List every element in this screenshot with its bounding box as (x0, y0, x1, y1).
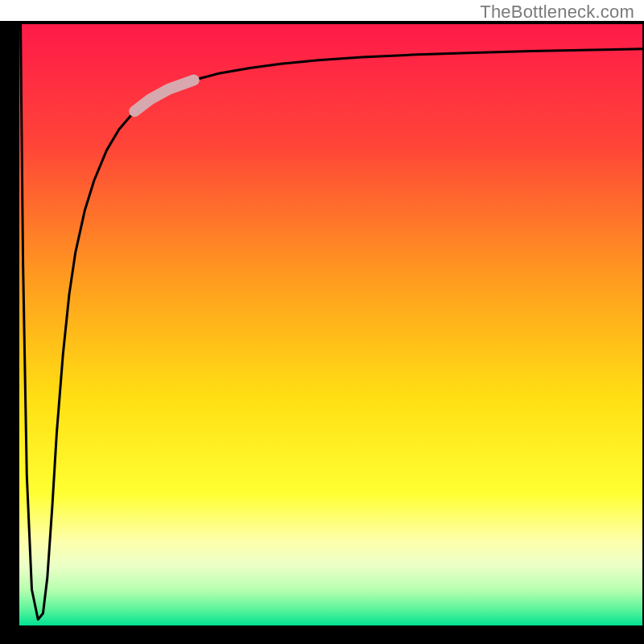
bottleneck-chart (0, 0, 644, 644)
plot-area (19, 24, 642, 625)
